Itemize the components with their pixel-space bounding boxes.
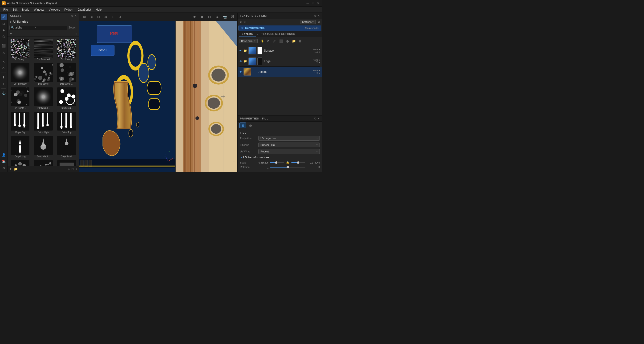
tool-library[interactable]: 📚 bbox=[1, 158, 7, 164]
layer-eye-surface[interactable]: 👁 bbox=[240, 49, 242, 52]
tsl-settings-dropdown[interactable]: Settings ▾ bbox=[300, 20, 316, 24]
menu-mode[interactable]: Mode bbox=[20, 7, 32, 12]
tool-anchor[interactable]: ⚓ bbox=[1, 90, 7, 96]
tool-settings-side[interactable]: ⚙ bbox=[1, 165, 7, 171]
menu-viewport[interactable]: Viewport bbox=[46, 7, 62, 12]
channel-dropdown[interactable]: Base color ▾ bbox=[239, 39, 258, 43]
asset-item-1[interactable]: Dirt Brushed bbox=[32, 38, 55, 62]
tsl-expand-btn[interactable]: ⧉ bbox=[314, 14, 316, 18]
tab-layers[interactable]: LAYERS bbox=[239, 31, 256, 37]
layer-eye-edge[interactable]: 👁 bbox=[240, 60, 242, 63]
frame-btn[interactable]: ⊡ bbox=[95, 14, 102, 20]
asset-item-10[interactable]: Drips High bbox=[32, 111, 55, 134]
maximize-button[interactable]: □ bbox=[311, 1, 315, 6]
layer-refresh-btn[interactable]: ↺ bbox=[266, 38, 271, 44]
asset-item-17[interactable]: Drop Spre... bbox=[55, 160, 78, 166]
camera-btn[interactable]: 📷 bbox=[221, 14, 228, 20]
layer-magic-btn[interactable]: ✨ bbox=[259, 38, 265, 44]
split-btn[interactable]: ⊟ bbox=[206, 14, 213, 20]
pause-btn[interactable]: ⏸ bbox=[199, 14, 205, 20]
material-btn[interactable]: ◈ bbox=[214, 14, 220, 20]
tool-paint[interactable]: 🖊 bbox=[1, 14, 7, 20]
asset-item-7[interactable]: Dirt Stain l... bbox=[32, 87, 55, 110]
prop-tab-material[interactable]: ◑ bbox=[247, 123, 254, 128]
menu-javascript[interactable]: JavaScript bbox=[76, 7, 94, 12]
viewport-3d[interactable]: Material ▾ bbox=[79, 21, 175, 172]
prop-tab-fill[interactable]: ⊞ bbox=[240, 123, 246, 128]
layer-row-albedo[interactable]: 👁 Albedo Norm ▾ 100 ▾ bbox=[238, 67, 322, 77]
search-clear-btn[interactable]: ✕ bbox=[34, 26, 36, 29]
filtering-dropdown[interactable]: Bilinear | HQ ▾ bbox=[258, 143, 320, 147]
default-material-eye[interactable]: 👁 bbox=[241, 27, 244, 30]
asset-item-16[interactable]: Drop Spread bbox=[32, 160, 55, 166]
layer-delete-btn[interactable]: 🗑 bbox=[298, 38, 303, 44]
asset-item-4[interactable]: Dirt Spots bbox=[32, 63, 55, 86]
layer-folder-btn[interactable]: 📁 bbox=[291, 38, 297, 44]
grid-view-btn[interactable]: ⊞ bbox=[81, 14, 88, 20]
tool-text[interactable]: T bbox=[1, 81, 7, 87]
tsl-eye2-btn[interactable]: 👁 bbox=[244, 20, 246, 24]
menu-help[interactable]: Help bbox=[94, 7, 104, 12]
asset-item-13[interactable]: Drop Medi... bbox=[32, 135, 55, 159]
uv-wrap-dropdown[interactable]: Repeat ▾ bbox=[258, 149, 320, 154]
asset-item-0[interactable]: Dirt Blurry ... bbox=[9, 38, 31, 62]
tool-geometry[interactable]: ⬡ bbox=[1, 34, 7, 40]
tool-smudge[interactable]: ◈ bbox=[1, 27, 7, 33]
uv-scale-slider-2[interactable] bbox=[291, 162, 306, 163]
list-view-btn[interactable]: ≡ bbox=[88, 14, 95, 20]
all-libraries-item[interactable]: ▶ All libraries bbox=[8, 19, 79, 24]
asset-item-14[interactable]: Drop Small bbox=[55, 135, 78, 159]
folder-btn[interactable]: 📁 bbox=[14, 167, 18, 171]
layer-fill-btn[interactable]: ⬛ bbox=[278, 38, 284, 44]
viewport-2d[interactable]: Material ▾ bbox=[176, 21, 237, 172]
asset-item-3[interactable]: Dirt Smudge bbox=[9, 63, 31, 86]
assets-close-btn[interactable]: ✕ bbox=[74, 14, 77, 18]
asset-item-8[interactable]: Dots Circul... bbox=[55, 87, 78, 110]
filter-icon[interactable]: ▼ bbox=[10, 32, 12, 36]
screenshot-btn[interactable]: 🖼 bbox=[229, 14, 236, 20]
asset-item-9[interactable]: Drips Big bbox=[9, 111, 31, 134]
grid-layout-icon[interactable]: ⊞ bbox=[75, 32, 77, 36]
tool-select[interactable]: ↖ bbox=[1, 59, 7, 65]
circle-btn[interactable]: ○ bbox=[68, 167, 70, 171]
tool-bake[interactable]: ⬇ bbox=[1, 74, 7, 80]
import-btn[interactable]: ⬆ bbox=[10, 167, 12, 171]
layer-brush-btn[interactable]: 🖊 bbox=[272, 38, 278, 44]
tool-user[interactable]: 👤 bbox=[1, 152, 7, 158]
asset-item-2[interactable]: Dirt Cloudy bbox=[55, 38, 78, 62]
asset-item-11[interactable]: Drips Top bbox=[55, 111, 78, 134]
visibility-off-btn[interactable]: 👁 bbox=[191, 14, 198, 20]
uv-transformations-header[interactable]: ▼ UV transformations bbox=[240, 156, 320, 159]
square-btn[interactable]: □ bbox=[72, 167, 74, 171]
layer-eye-albedo[interactable]: 👁 bbox=[240, 71, 242, 73]
layer-row-surface[interactable]: 👁 📁 Surface Norm ▾ 100 ▾ bbox=[238, 46, 322, 56]
minimize-button[interactable]: — bbox=[306, 1, 310, 6]
center-btn[interactable]: ⊕ bbox=[102, 14, 109, 20]
prop-expand-btn[interactable]: ⧉ bbox=[314, 117, 316, 120]
menu-python[interactable]: Python bbox=[62, 7, 75, 12]
uv-rotation-slider[interactable] bbox=[270, 167, 306, 168]
search-box[interactable]: 🔍 ✕ bbox=[10, 25, 67, 30]
asset-item-6[interactable]: Dirt Spots ... bbox=[9, 87, 31, 110]
asset-item-12[interactable]: Drop Long bbox=[9, 135, 31, 159]
default-material-row[interactable]: 👁 DefaultMaterial Main shader bbox=[238, 26, 321, 31]
uv-lock-icon[interactable]: 🔒 bbox=[286, 161, 290, 164]
uv-scale-slider-1[interactable] bbox=[270, 162, 284, 163]
tsl-gear-btn[interactable]: ⚙ bbox=[318, 20, 320, 24]
tool-eraser[interactable]: ◻ bbox=[1, 20, 7, 26]
assets-expand-btn[interactable]: ⧉ bbox=[71, 14, 74, 18]
projection-dropdown[interactable]: UV projection ▾ bbox=[258, 136, 320, 141]
prop-close-btn[interactable]: ✕ bbox=[318, 117, 320, 120]
history-btn[interactable]: ↺ bbox=[116, 14, 123, 20]
menu-edit[interactable]: Edit bbox=[10, 7, 20, 12]
asset-item-5[interactable]: Dirt Spots ... bbox=[55, 63, 78, 86]
menu-window[interactable]: Window bbox=[32, 7, 46, 12]
layer-mask-btn[interactable]: ◑ bbox=[285, 38, 290, 44]
tsl-eye-btn[interactable]: 👁 bbox=[240, 20, 242, 24]
close-button[interactable]: ✕ bbox=[316, 1, 320, 6]
tool-polygon[interactable]: △ bbox=[1, 49, 7, 55]
add-btn[interactable]: + bbox=[75, 167, 77, 171]
tool-fill[interactable]: ⬛ bbox=[1, 43, 7, 49]
tab-texture-set-settings[interactable]: TEXTURE SET SETTINGS bbox=[258, 31, 298, 37]
layers-tab-close[interactable]: ✕ bbox=[257, 33, 258, 36]
